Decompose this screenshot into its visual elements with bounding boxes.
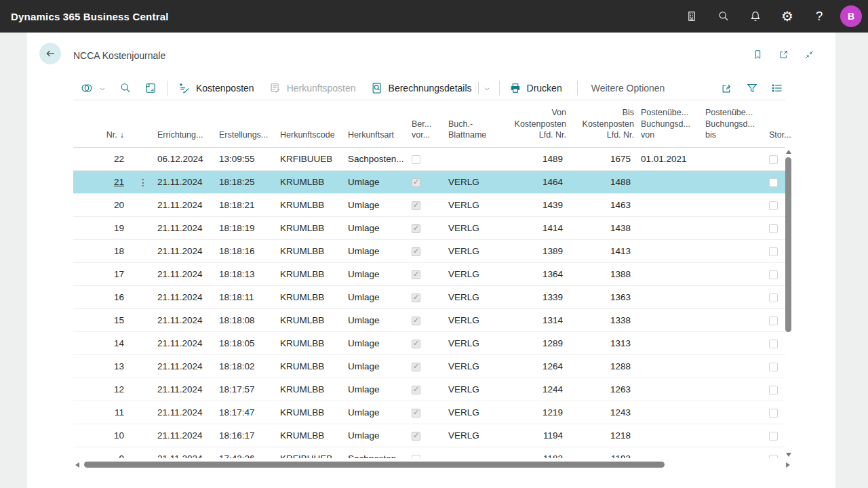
row-bis-lfd-nr[interactable]: 1463 xyxy=(610,200,631,210)
stor-checkbox[interactable] xyxy=(769,363,778,371)
row-errichtungsdatum[interactable]: 21.11.2024 xyxy=(157,292,219,302)
row-nr[interactable]: 19 xyxy=(114,223,124,233)
row-errichtungsdatum[interactable]: 21.11.2024 xyxy=(157,315,219,325)
stor-checkbox[interactable] xyxy=(769,224,778,233)
row-von-lfd-nr[interactable]: 1289 xyxy=(542,338,563,348)
row-bis-lfd-nr[interactable]: 1288 xyxy=(610,361,631,371)
row-bis-lfd-nr[interactable]: 1413 xyxy=(610,246,631,256)
table-row[interactable]: 14 21.11.2024 18:18:05 KRUMLBB Umlage VE… xyxy=(73,332,785,355)
column-header-ber-vor[interactable]: Ber... vor... xyxy=(409,102,439,147)
column-header-erstellung[interactable]: Erstellungs... xyxy=(219,102,280,147)
row-errichtungsdatum[interactable]: 21.11.2024 xyxy=(157,223,219,233)
table-row[interactable]: 12 21.11.2024 18:17:57 KRUMLBB Umlage VE… xyxy=(73,378,785,401)
row-buch-blattname[interactable]: VERLG xyxy=(439,223,515,233)
row-nr[interactable]: 16 xyxy=(114,292,124,302)
row-herkunftsart[interactable]: Umlage xyxy=(348,315,409,325)
row-herkunftsart[interactable]: Umlage xyxy=(348,177,409,187)
row-bis-lfd-nr[interactable]: 1313 xyxy=(610,338,631,348)
stor-checkbox[interactable] xyxy=(769,340,778,348)
row-herkunftscode[interactable]: KRFIBUUEB xyxy=(280,154,332,164)
row-nr[interactable]: 21 xyxy=(114,177,124,187)
herkunftsposten-button[interactable]: Herkunftsposten xyxy=(269,81,356,95)
row-nr[interactable]: 15 xyxy=(114,315,124,325)
row-herkunftscode[interactable]: KRUMLBB xyxy=(280,430,324,441)
row-errichtungsdatum[interactable]: 21.11.2024 xyxy=(157,338,219,348)
row-von-lfd-nr[interactable]: 1182 xyxy=(543,453,563,458)
ber-vor-checkbox[interactable] xyxy=(412,386,420,394)
row-von-lfd-nr[interactable]: 1244 xyxy=(542,384,563,394)
kostenposten-button[interactable]: Kostenposten xyxy=(178,81,254,95)
row-nr[interactable]: 9 xyxy=(119,453,124,458)
row-errichtungsdatum[interactable]: 21.11.2024 xyxy=(157,177,219,187)
list-view-icon[interactable] xyxy=(770,81,784,95)
row-buch-blattname[interactable]: VERLG xyxy=(439,430,515,441)
row-buch-blattname[interactable]: VERLG xyxy=(439,177,515,187)
row-buchungsdatum-von[interactable]: 01.01.2021 xyxy=(634,154,698,164)
row-herkunftsart[interactable]: Umlage xyxy=(348,384,409,394)
column-header-von-kostenposten[interactable]: Von Kostenposten Lfd. Nr. xyxy=(515,102,566,147)
column-header-stor[interactable]: Stor... xyxy=(763,102,785,147)
row-nr[interactable]: 13 xyxy=(114,361,124,371)
row-erstellungszeit[interactable]: 18:18:25 xyxy=(219,177,280,187)
row-herkunftsart[interactable]: Sachposten... xyxy=(348,154,409,164)
bookmark-icon[interactable] xyxy=(752,49,764,60)
ber-vor-checkbox[interactable] xyxy=(412,409,420,418)
scroll-left-arrow-icon[interactable] xyxy=(75,462,79,468)
table-row[interactable]: 9 21.11.2024 17:43:26 KRFIBUUEB Sachpost… xyxy=(73,447,785,458)
stor-checkbox[interactable] xyxy=(769,386,778,394)
column-header-posten-von[interactable]: Postenübe... Buchungsd... von xyxy=(634,102,698,147)
row-herkunftsart[interactable]: Umlage xyxy=(348,338,409,348)
row-bis-lfd-nr[interactable]: 1338 xyxy=(610,315,631,325)
horizontal-scrollbar[interactable] xyxy=(73,461,792,469)
ber-vor-checkbox[interactable] xyxy=(412,224,420,233)
data-analysis-button[interactable] xyxy=(144,81,157,95)
ber-vor-checkbox[interactable] xyxy=(412,432,420,441)
row-buch-blattname[interactable]: VERLG xyxy=(439,200,515,210)
row-nr[interactable]: 10 xyxy=(114,430,124,441)
ber-vor-checkbox[interactable] xyxy=(412,247,420,256)
table-row[interactable]: 20 21.11.2024 18:18:21 KRUMLBB Umlage VE… xyxy=(73,194,785,217)
row-buch-blattname[interactable]: VERLG xyxy=(439,246,515,256)
row-herkunftsart[interactable]: Sachposten... xyxy=(348,453,409,458)
row-herkunftsart[interactable]: Umlage xyxy=(348,292,409,302)
row-herkunftsart[interactable]: Umlage xyxy=(348,430,409,441)
ber-vor-checkbox[interactable] xyxy=(412,317,420,325)
scroll-right-arrow-icon[interactable] xyxy=(786,462,790,468)
weitere-optionen-button[interactable]: Weitere Optionen xyxy=(591,83,665,94)
row-erstellungszeit[interactable]: 17:43:26 xyxy=(219,453,280,458)
user-avatar[interactable]: B xyxy=(840,5,862,27)
stor-checkbox[interactable] xyxy=(769,201,778,210)
row-von-lfd-nr[interactable]: 1414 xyxy=(542,223,563,233)
row-von-lfd-nr[interactable]: 1364 xyxy=(542,269,563,279)
table-row[interactable]: 15 21.11.2024 18:18:08 KRUMLBB Umlage VE… xyxy=(73,309,785,332)
stor-checkbox[interactable] xyxy=(769,293,778,302)
row-bis-lfd-nr[interactable]: 1193 xyxy=(611,453,631,458)
list-search-button[interactable] xyxy=(119,81,132,95)
company-icon[interactable] xyxy=(681,5,703,27)
stor-checkbox[interactable] xyxy=(769,247,778,256)
row-von-lfd-nr[interactable]: 1439 xyxy=(542,200,563,210)
row-buch-blattname[interactable]: VERLG xyxy=(439,315,515,325)
row-nr[interactable]: 20 xyxy=(114,200,124,210)
filter-icon[interactable] xyxy=(745,81,759,95)
table-row[interactable]: 22 06.12.2024 13:09:55 KRFIBUUEB Sachpos… xyxy=(73,148,785,171)
row-von-lfd-nr[interactable]: 1489 xyxy=(542,154,563,164)
app-brand[interactable]: Dynamics 365 Business Central xyxy=(11,11,169,22)
vertical-scrollbar[interactable] xyxy=(785,148,793,459)
column-header-posten-bis[interactable]: Postenübe... Buchungsd... bis xyxy=(698,102,763,147)
berechnungsdetails-dropdown-icon[interactable] xyxy=(483,84,491,92)
table-row[interactable]: 16 21.11.2024 18:18:11 KRUMLBB Umlage VE… xyxy=(73,286,785,309)
share-icon[interactable] xyxy=(720,81,734,95)
row-buch-blattname[interactable]: VERLG xyxy=(439,384,515,394)
help-icon[interactable]: ? xyxy=(808,5,830,27)
row-erstellungszeit[interactable]: 18:16:17 xyxy=(219,430,280,441)
row-herkunftscode[interactable]: KRUMLBB xyxy=(280,361,324,371)
row-bis-lfd-nr[interactable]: 1218 xyxy=(610,430,631,441)
row-buch-blattname[interactable]: VERLG xyxy=(439,407,515,418)
row-von-lfd-nr[interactable]: 1314 xyxy=(542,315,563,325)
row-von-lfd-nr[interactable]: 1264 xyxy=(542,361,563,371)
drucken-button[interactable]: Drucken xyxy=(509,81,562,95)
row-buch-blattname[interactable]: VERLG xyxy=(439,338,515,348)
stor-checkbox[interactable] xyxy=(769,409,778,418)
row-herkunftsart[interactable]: Umlage xyxy=(348,407,409,418)
